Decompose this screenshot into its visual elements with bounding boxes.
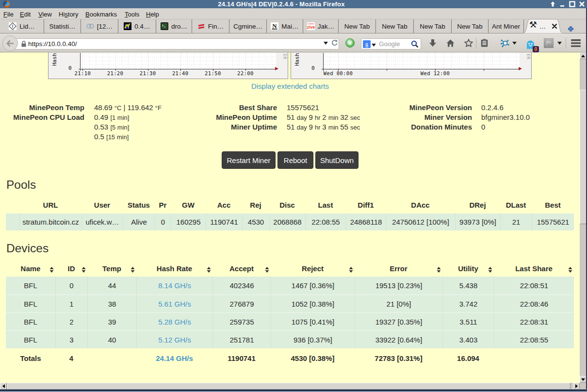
- tab-close-icon[interactable]: [552, 24, 557, 29]
- tab-new-tab[interactable]: New Tab: [376, 19, 414, 33]
- tab-ant-miner[interactable]: Ant Miner: [489, 19, 524, 33]
- table-cell: 19513 [0.23%]: [355, 277, 442, 294]
- menu-view[interactable]: View: [38, 10, 52, 19]
- vertical-scroll-thumb[interactable]: [580, 90, 587, 224]
- hamburger-icon[interactable]: [570, 33, 582, 52]
- tab-mai-[interactable]: NMai…: [267, 19, 303, 33]
- search-bar[interactable]: g Google: [361, 38, 421, 49]
- tab-0-4-[interactable]: 0.4…: [118, 19, 156, 33]
- menu-help[interactable]: Help: [146, 10, 159, 19]
- hash-rate-link[interactable]: 8.14 GH/s: [158, 281, 191, 290]
- navigation-toolbar: https://10.0.0.40/ g Google 0: [0, 33, 586, 52]
- clipboard-icon[interactable]: [479, 33, 489, 52]
- menu-bookmarks[interactable]: Bookmarks: [85, 10, 117, 19]
- new-tab-button[interactable]: [568, 24, 573, 34]
- download-icon[interactable]: [428, 33, 438, 52]
- scroll-left-button[interactable]: [0, 383, 7, 390]
- spider-icon[interactable]: [500, 33, 510, 52]
- column-header[interactable]: Hash Rate: [136, 262, 212, 275]
- red-stripes-icon: [197, 22, 205, 30]
- titlebar[interactable]: 24.14 GH/s|4 DEV|0.2.4.6 - Mozilla Firef…: [0, 0, 587, 8]
- hash-rate-link[interactable]: 5.61 GH/s: [158, 300, 191, 308]
- tab-new-tab[interactable]: New Tab: [414, 19, 452, 33]
- display-extended-charts-link[interactable]: Display extended charts: [0, 82, 580, 90]
- column-header[interactable]: Utility: [442, 262, 494, 275]
- addon-dropdown-icon[interactable]: [556, 33, 563, 52]
- ghostery-icon[interactable]: 0: [525, 33, 536, 52]
- sort-icon[interactable]: [568, 266, 572, 274]
- tab-dro-[interactable]: dro…: [156, 19, 192, 33]
- tab-new-tab[interactable]: New Tab: [452, 19, 489, 33]
- hash-rate-link[interactable]: 5.12 GH/s: [158, 336, 191, 344]
- cell-value: uficek.w…: [85, 218, 119, 226]
- restore-icon[interactable]: [550, 1, 556, 7]
- search-dropdown-icon[interactable]: [372, 40, 376, 49]
- column-header[interactable]: Accept: [212, 262, 271, 275]
- tab-lid-[interactable]: Lid…: [0, 19, 44, 33]
- green-orb-icon[interactable]: [344, 33, 355, 52]
- url-bar[interactable]: https://10.0.0.40/: [15, 38, 339, 49]
- cell-value: 3.511: [459, 318, 477, 326]
- column-header[interactable]: ID: [55, 262, 87, 275]
- column-header-label: Accept: [229, 264, 254, 273]
- table-cell: 0: [55, 277, 87, 294]
- horizontal-scrollbar[interactable]: [0, 383, 587, 390]
- column-header[interactable]: Reject: [271, 262, 355, 275]
- cell-value: BFL: [24, 318, 37, 326]
- sort-icon[interactable]: [49, 266, 54, 274]
- home-icon[interactable]: [445, 33, 455, 52]
- horizontal-scroll-thumb[interactable]: [7, 383, 571, 390]
- tab-active-miner[interactable]: ⚒…: [523, 19, 563, 33]
- column-header[interactable]: Error: [355, 262, 442, 275]
- scroll-down-button[interactable]: [580, 376, 587, 383]
- tab-statisti-[interactable]: Statisti…: [44, 19, 81, 33]
- window-title: 24.14 GH/s|4 DEV|0.2.4.6 - Mozilla Firef…: [0, 0, 563, 8]
- sort-icon[interactable]: [488, 266, 492, 274]
- cell-value: 276879: [229, 300, 254, 308]
- sort-icon[interactable]: [349, 266, 353, 274]
- sort-icon[interactable]: [265, 266, 269, 274]
- url-dropdown-icon[interactable]: [323, 33, 328, 52]
- search-input[interactable]: Google: [379, 40, 411, 48]
- tab--12-[interactable]: [12…: [81, 19, 118, 33]
- cell-value: BFL: [24, 336, 37, 344]
- sort-icon[interactable]: [82, 266, 86, 274]
- cell-value: 0: [69, 281, 73, 290]
- sort-icon[interactable]: [207, 266, 211, 274]
- reboot-button[interactable]: Reboot: [277, 151, 313, 169]
- tab-cgmine-[interactable]: Cgmine…: [229, 19, 267, 33]
- hash-rate-link[interactable]: 5.28 GH/s: [158, 318, 191, 326]
- totals-value: 16.094: [457, 354, 479, 362]
- tab-jak-[interactable]: ziveJak…: [303, 19, 339, 33]
- star-icon[interactable]: [464, 33, 473, 52]
- column-header-label: Best: [545, 201, 561, 209]
- close-icon[interactable]: [579, 1, 585, 7]
- restart-miner-button[interactable]: Restart Miner: [222, 151, 276, 169]
- spider-dropdown-icon[interactable]: [511, 33, 518, 52]
- tab-new-tab[interactable]: New Tab: [339, 19, 376, 33]
- menu-history[interactable]: History: [59, 10, 78, 19]
- table-cell: 22:08:55: [305, 213, 346, 230]
- reload-icon[interactable]: [330, 33, 338, 52]
- vertical-scrollbar[interactable]: [580, 52, 587, 383]
- shutdown-button[interactable]: ShutDown: [315, 151, 359, 169]
- menu-file[interactable]: File: [3, 10, 14, 19]
- addon-gray-icon[interactable]: [543, 33, 554, 52]
- minimize-icon[interactable]: [559, 1, 566, 7]
- maximize-icon[interactable]: [569, 1, 575, 7]
- column-header[interactable]: Name: [6, 262, 55, 275]
- scroll-up-button[interactable]: [580, 52, 587, 59]
- scroll-right-button[interactable]: [573, 383, 580, 390]
- tab-fin-[interactable]: Fin…: [192, 19, 229, 33]
- sort-icon[interactable]: [130, 266, 135, 274]
- back-button[interactable]: [2, 35, 18, 51]
- menu-tools[interactable]: Tools: [125, 10, 139, 19]
- url-text[interactable]: https://10.0.0.40/: [28, 40, 339, 48]
- menu-edit[interactable]: Edit: [20, 10, 31, 19]
- magnifier-icon[interactable]: [411, 40, 419, 48]
- stat-value: 51 day 9 hr 2 min 32 sec: [287, 113, 360, 121]
- totals-cell: 1190741: [212, 349, 271, 367]
- column-header[interactable]: Last Share: [494, 262, 574, 275]
- column-header[interactable]: Temp: [87, 262, 136, 275]
- sort-icon[interactable]: [437, 266, 441, 274]
